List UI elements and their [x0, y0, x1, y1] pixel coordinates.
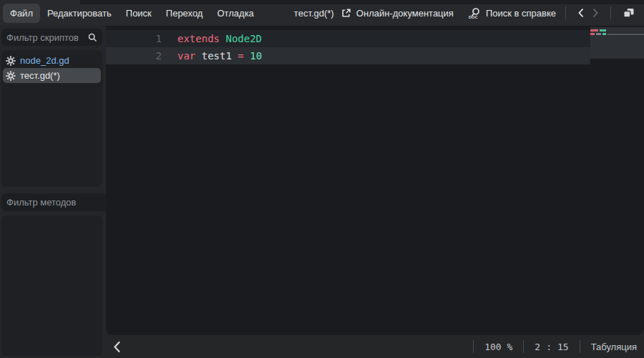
- script-list-item[interactable]: тест.gd(*): [3, 68, 101, 83]
- minimap[interactable]: [590, 27, 644, 59]
- status-bar-right: 100 % 2 : 15 Табуляция: [462, 340, 637, 353]
- history-forward-button[interactable]: [588, 6, 602, 19]
- menu-item-file[interactable]: Файл: [3, 4, 40, 23]
- separator: [610, 6, 611, 19]
- search-help-button[interactable]: DOC Поиск в справке: [467, 4, 557, 22]
- caret-column: 15: [557, 342, 569, 352]
- external-link-icon: [341, 8, 351, 19]
- make-floating-button[interactable]: [619, 6, 638, 20]
- method-list[interactable]: [1, 216, 102, 356]
- menu-bar: ФайлРедактироватьПоискПереходОтладка тес…: [0, 0, 644, 26]
- caret-line: 2: [535, 342, 540, 352]
- methods-filter-row: [1, 193, 102, 211]
- script-name: node_2d.gd: [20, 55, 69, 66]
- indent-mode[interactable]: Табуляция: [591, 342, 637, 352]
- menu-items: ФайлРедактироватьПоискПереходОтладка: [3, 4, 261, 23]
- separator: [565, 6, 566, 19]
- chevron-left-icon: [577, 8, 585, 18]
- code-line-1[interactable]: 1extends Node2D: [106, 30, 590, 47]
- line-number: 1: [106, 30, 162, 47]
- scripts-filter-input[interactable]: [6, 32, 88, 43]
- separator: [473, 340, 474, 353]
- menu-item-debug[interactable]: Отладка: [210, 4, 260, 23]
- chevron-left-icon: [113, 341, 121, 353]
- history-back-button[interactable]: [574, 6, 588, 19]
- menu-item-edit[interactable]: Редактировать: [40, 4, 119, 23]
- script-name: тест.gd(*): [20, 70, 60, 81]
- floating-windows-icon: [623, 8, 635, 19]
- scripts-filter: [1, 29, 102, 46]
- editor-column: 1extends Node2D2var test1 = 10 100 % 2 :…: [106, 26, 644, 358]
- caret-separator: :: [546, 342, 552, 352]
- status-bar: 100 % 2 : 15 Табуляция: [106, 335, 644, 358]
- search-icon: [88, 33, 97, 42]
- gdscript-gear-icon: [6, 71, 16, 81]
- svg-text:DOC: DOC: [469, 15, 477, 19]
- code-text: var test1 = 10: [162, 47, 262, 64]
- code-lines: 1extends Node2D2var test1 = 10: [106, 30, 644, 64]
- separator: [523, 340, 524, 353]
- doc-search-icon: DOC: [468, 7, 481, 19]
- separator: [580, 340, 580, 353]
- online-docs-button[interactable]: Онлайн-документация: [339, 5, 455, 21]
- chevron-right-icon: [592, 8, 599, 18]
- zoom-control[interactable]: 100 %: [484, 342, 512, 352]
- toggle-scripts-panel-button[interactable]: [109, 339, 125, 354]
- minimap-rows: [590, 29, 644, 35]
- online-docs-label: Онлайн-документация: [356, 8, 454, 19]
- script-list-item[interactable]: node_2d.gd: [3, 53, 101, 68]
- menu-bar-right: Онлайн-документация DOC Поиск в справке: [339, 4, 638, 22]
- caret-position: 2 : 15: [535, 342, 568, 352]
- code-line-2[interactable]: 2var test1 = 10: [106, 47, 590, 64]
- search-help-label: Поиск в справке: [486, 8, 556, 19]
- menu-item-search[interactable]: Поиск: [119, 4, 159, 23]
- current-script-label: тест.gd(*): [294, 8, 334, 19]
- code-text: extends Node2D: [162, 30, 262, 47]
- code-editor[interactable]: 1extends Node2D2var test1 = 10: [106, 26, 644, 335]
- gdscript-gear-icon: [6, 56, 16, 66]
- menu-item-goto[interactable]: Переход: [159, 4, 210, 23]
- scripts-panel: node_2d.gdтест.gd(*): [0, 26, 106, 358]
- script-list: node_2d.gdтест.gd(*): [1, 50, 102, 187]
- line-number: 2: [106, 47, 162, 64]
- main-area: node_2d.gdтест.gd(*) 1extends Node2D2var…: [0, 26, 644, 358]
